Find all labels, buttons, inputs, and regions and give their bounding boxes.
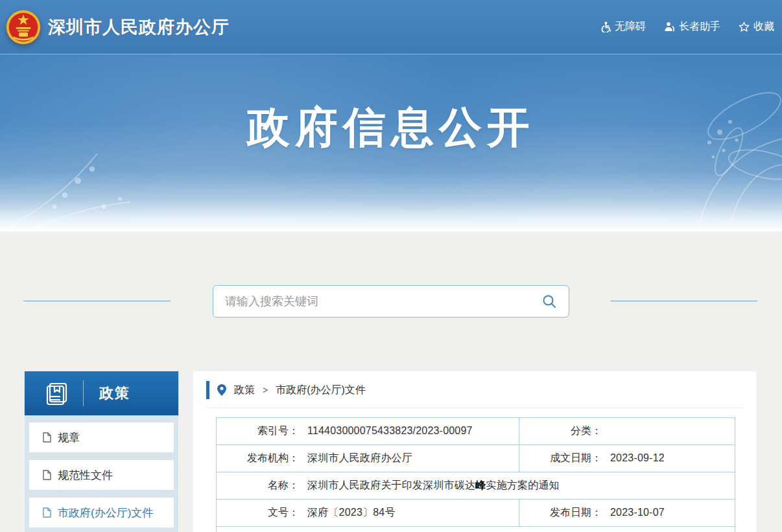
content-area: 政策 规章 规范性文件 xyxy=(0,231,782,532)
index-number-label: 索引号： xyxy=(217,424,299,438)
main-panel: 政策 > 市政府(办公厅)文件 索引号：114403000075433823/2… xyxy=(193,371,756,532)
written-date-value: 2023-09-12 xyxy=(610,452,665,463)
search-box xyxy=(213,285,569,318)
publish-date-label: 发布日期： xyxy=(519,506,602,520)
table-row-name: 名称：深圳市人民政府关于印发深圳市碳达峰实施方案的通知 xyxy=(217,472,735,500)
search-button[interactable] xyxy=(541,294,557,309)
document-name-value-pre: 深圳市人民政府关于印发深圳市碳达 xyxy=(307,480,475,491)
sidebar-item-label: 市政府(办公厅)文件 xyxy=(58,505,153,520)
star-icon xyxy=(739,21,750,32)
breadcrumb: 政策 > 市政府(办公厅)文件 xyxy=(206,381,743,408)
document-number-value: 深府〔2023〕84号 xyxy=(307,507,396,518)
table-row-partial xyxy=(217,527,735,532)
national-emblem-logo xyxy=(5,9,41,45)
branch-decoration-left xyxy=(0,147,156,231)
decorative-line-right xyxy=(610,301,757,301)
category-label: 分类： xyxy=(519,424,602,438)
document-name-highlighted-keyword: 峰 xyxy=(475,480,486,491)
accessibility-link[interactable]: 无障碍 xyxy=(600,20,646,34)
sidebar-item-label: 规范性文件 xyxy=(58,468,113,483)
index-number-cell: 索引号：114403000075433823/2023-00097 xyxy=(217,418,519,445)
written-date-label: 成文日期： xyxy=(519,452,602,465)
decorative-line-left xyxy=(23,301,171,301)
table-row-docnumber-publishdate: 文号：深府〔2023〕84号 发布日期：2023-10-07 xyxy=(217,500,735,527)
policy-book-icon xyxy=(44,380,70,406)
sidebar-header-label: 政策 xyxy=(99,384,130,403)
written-date-cell: 成文日期：2023-09-12 xyxy=(519,445,735,472)
category-cell: 分类： xyxy=(519,418,735,445)
sidebar-header-policy: 政策 xyxy=(25,371,178,415)
accessibility-icon xyxy=(600,21,611,32)
location-pin-icon xyxy=(217,384,226,396)
breadcrumb-accent-bar xyxy=(206,381,209,399)
elder-helper-icon xyxy=(664,21,675,32)
breadcrumb-link-policy[interactable]: 政策 xyxy=(234,384,255,397)
partial-row-cell xyxy=(217,527,735,532)
document-number-label: 文号： xyxy=(217,506,299,520)
page: 深圳市人民政府办公厅 无障碍 长者助手 xyxy=(0,0,782,532)
favorite-label: 收藏 xyxy=(753,20,774,34)
document-name-cell: 名称：深圳市人民政府关于印发深圳市碳达峰实施方案的通知 xyxy=(217,472,735,500)
document-icon xyxy=(42,432,52,443)
document-info-table: 索引号：114403000075433823/2023-00097 分类： 发布… xyxy=(216,417,735,532)
site-title[interactable]: 深圳市人民政府办公厅 xyxy=(48,16,230,39)
document-number-cell: 文号：深府〔2023〕84号 xyxy=(217,500,519,527)
issuing-agency-cell: 发布机构：深圳市人民政府办公厅 xyxy=(217,445,519,472)
document-name-value-post: 实施方案的通知 xyxy=(486,480,559,491)
table-row-agency-date: 发布机构：深圳市人民政府办公厅 成文日期：2023-09-12 xyxy=(217,445,735,472)
accessibility-label: 无障碍 xyxy=(615,20,646,34)
document-icon xyxy=(42,507,52,518)
index-number-value: 114403000075433823/2023-00097 xyxy=(307,425,473,436)
table-row-index-category: 索引号：114403000075433823/2023-00097 分类： xyxy=(217,418,735,445)
issuing-agency-label: 发布机构： xyxy=(217,452,299,465)
document-name-value: 深圳市人民政府关于印发深圳市碳达峰实施方案的通知 xyxy=(307,480,560,491)
sidebar-item-municipal-government-documents[interactable]: 市政府(办公厅)文件 xyxy=(29,498,174,527)
document-name-label: 名称： xyxy=(217,479,299,492)
document-icon xyxy=(42,470,52,480)
sidebar-list: 规章 规范性文件 市政府(办公厅)文件 xyxy=(25,415,178,532)
banner: 政府信息公开 xyxy=(0,54,782,231)
sidebar-header-divider xyxy=(83,380,84,406)
breadcrumb-separator: > xyxy=(263,385,268,395)
publish-date-cell: 发布日期：2023-10-07 xyxy=(519,500,735,527)
search-icon xyxy=(541,294,557,309)
sidebar-item-normative-documents[interactable]: 规范性文件 xyxy=(29,460,174,490)
sidebar: 政策 规章 规范性文件 xyxy=(25,371,178,532)
favorite-link[interactable]: 收藏 xyxy=(739,20,774,34)
publish-date-value: 2023-10-07 xyxy=(610,507,665,518)
sidebar-item-label: 规章 xyxy=(58,430,80,445)
elder-helper-link[interactable]: 长者助手 xyxy=(664,20,720,34)
issuing-agency-value: 深圳市人民政府办公厅 xyxy=(307,452,412,463)
sidebar-item-rules[interactable]: 规章 xyxy=(29,422,174,452)
search-input[interactable] xyxy=(225,295,541,308)
banner-title: 政府信息公开 xyxy=(0,98,782,157)
top-links: 无障碍 长者助手 收藏 xyxy=(600,20,774,34)
elder-helper-label: 长者助手 xyxy=(679,20,720,34)
breadcrumb-link-municipal-documents[interactable]: 市政府(办公厅)文件 xyxy=(276,384,366,397)
top-header-bar: 深圳市人民政府办公厅 无障碍 长者助手 xyxy=(0,0,782,54)
